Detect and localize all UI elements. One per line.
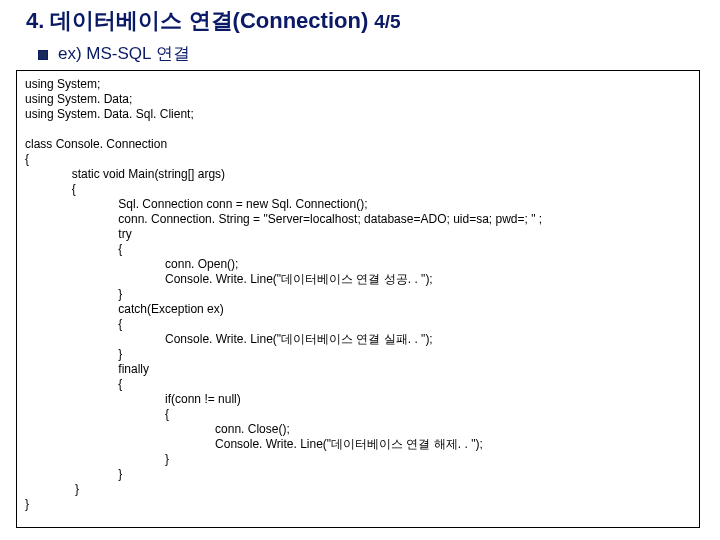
bullet-icon [38, 50, 48, 60]
subtitle: ex) MS-SQL 연결 [58, 42, 190, 65]
slide-title: 4. 데이터베이스 연결(Connection) [26, 8, 368, 33]
code-block: using System; using System. Data; using … [16, 70, 700, 528]
page-indicator: 4/5 [374, 11, 400, 32]
